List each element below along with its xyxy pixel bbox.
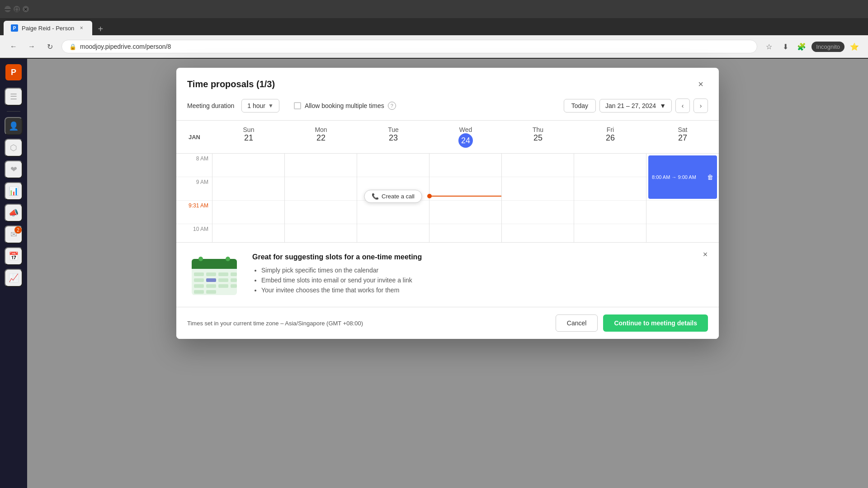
tab-title: Paige Reid - Person [22,25,74,32]
calendar-next-button[interactable]: › [693,99,708,113]
chevron-down-icon: ▼ [268,103,274,109]
tue-11am-slot[interactable] [357,224,429,242]
thu-9am-slot[interactable] [502,177,574,201]
sidebar: P ☰ 👤 ⬡ ❤ 📊 📣 ✉ 2 📅 📈 [0,59,27,488]
fri-10am-slot[interactable] [574,201,646,224]
wed-9am-slot[interactable] [429,177,501,201]
modal-toolbar: Meeting duration 1 hour ▼ Allow booking … [176,91,719,121]
main-content: Time proposals (1/3) × Meeting duration … [27,59,868,488]
calendar-day-thu25: Thu 25 [502,121,574,153]
day-name-sun: Sun [216,126,281,133]
calendar-area: JAN Sun 21 Mon 22 Tue 23 [176,121,719,307]
svg-rect-5 [194,272,204,276]
forward-button[interactable]: → [25,40,38,53]
day-col-thu[interactable] [502,154,574,242]
minimize-button[interactable]: — [5,6,11,12]
info-banner-close-button[interactable]: × [699,248,712,261]
thu-11am-slot[interactable] [502,224,574,242]
sidebar-menu-button[interactable]: ☰ [5,88,23,106]
bookmark-icon[interactable]: ☆ [763,40,775,53]
sidebar-contacts-icon[interactable]: 👤 [5,117,23,135]
wed-8am-slot[interactable] [429,154,501,177]
calendar-month-label: JAN [176,121,212,153]
calendar-prev-button[interactable]: ‹ [675,99,690,113]
sun-8am-slot[interactable] [212,154,284,177]
mon-9am-slot[interactable] [285,177,357,201]
today-button[interactable]: Today [564,99,596,113]
date-range-chevron-icon: ▼ [660,102,666,109]
mon-8am-slot[interactable] [285,154,357,177]
app-logo: P [5,64,22,80]
timeslot-8am: 8 AM [176,154,212,177]
day-col-fri[interactable] [574,154,646,242]
extensions-icon[interactable]: 🧩 [795,40,808,53]
thu-10am-slot[interactable] [502,201,574,224]
day-num-25: 25 [505,133,571,143]
create-call-button[interactable]: 📞 Create a call [364,190,422,203]
event-delete-button[interactable]: 🗑 [707,174,713,181]
wed-11am-slot[interactable] [429,224,501,242]
thu-8am-slot[interactable] [502,154,574,177]
svg-rect-18 [206,290,216,294]
day-num-27: 27 [650,133,715,143]
day-col-mon[interactable] [285,154,357,242]
calendar-event-block[interactable]: 8:00 AM → 9:00 AM 🗑 [648,155,717,199]
sidebar-reports-icon[interactable]: 📊 [5,182,23,200]
sun-9am-slot[interactable] [212,177,284,201]
day-name-wed: Wed [433,126,498,133]
url-bar[interactable]: 🔒 moodjoy.pipedrive.com/person/8 [61,40,757,53]
tab-close-button[interactable]: × [78,24,85,32]
sat-11am-slot[interactable] [646,224,719,242]
svg-rect-16 [231,284,237,288]
wed-10am-slot[interactable] [429,201,501,224]
tab-favicon: P [11,24,18,32]
sun-11am-slot[interactable] [212,224,284,242]
tue-8am-slot[interactable] [357,154,429,177]
day-col-wed[interactable] [429,154,502,242]
help-icon[interactable]: ? [388,102,396,110]
mon-10am-slot[interactable] [285,201,357,224]
fri-9am-slot[interactable] [574,177,646,201]
all-bookmarks-icon[interactable]: ⭐ [848,40,861,53]
day-col-sat[interactable]: 8:00 AM → 9:00 AM 🗑 [646,154,719,242]
address-bar: ← → ↻ 🔒 moodjoy.pipedrive.com/person/8 ☆… [0,35,868,58]
duration-select[interactable]: 1 hour ▼ [241,99,279,113]
allow-multiple-checkbox[interactable] [294,102,301,109]
download-icon[interactable]: ⬇ [779,40,792,53]
date-range-picker[interactable]: Jan 21 – 27, 2024 ▼ [599,99,672,113]
fri-11am-slot[interactable] [574,224,646,242]
refresh-button[interactable]: ↻ [43,40,56,53]
fri-8am-slot[interactable] [574,154,646,177]
mon-11am-slot[interactable] [285,224,357,242]
sidebar-activities-icon[interactable]: ❤ [5,160,23,178]
new-tab-button[interactable]: + [94,23,107,35]
duration-value: 1 hour [247,102,265,109]
event-time-label: 8:00 AM → 9:00 AM [652,174,696,180]
day-col-sun[interactable] [212,154,285,242]
svg-rect-13 [194,284,204,288]
svg-rect-17 [194,290,204,294]
calendar-day-fri26: Fri 26 [574,121,646,153]
cancel-button[interactable]: Cancel [556,314,598,332]
calendar-illustration [187,250,241,300]
back-button[interactable]: ← [7,40,20,53]
time-proposals-modal: Time proposals (1/3) × Meeting duration … [176,68,719,339]
svg-rect-10 [206,278,216,282]
sat-10am-slot[interactable] [646,201,719,224]
continue-to-meeting-details-button[interactable]: Continue to meeting details [603,314,708,332]
day-name-fri: Fri [578,126,643,133]
day-num-23: 23 [361,133,426,143]
calendar-day-mon22: Mon 22 [285,121,357,153]
sidebar-calendar-icon[interactable]: 📅 [5,247,23,265]
day-col-tue[interactable]: 📞 Create a call [357,154,429,242]
sidebar-analytics-icon[interactable]: 📈 [5,269,23,287]
modal-close-button[interactable]: × [693,77,708,91]
sun-10am-slot[interactable] [212,201,284,224]
active-tab: P Paige Reid - Person × [4,21,92,35]
sidebar-announcements-icon[interactable]: 📣 [5,204,23,222]
sidebar-deals-icon[interactable]: ⬡ [5,139,23,157]
close-window-button[interactable]: × [23,6,29,12]
maximize-button[interactable]: □ [14,6,20,12]
svg-rect-12 [231,278,237,282]
tue-10am-slot[interactable] [357,201,429,224]
